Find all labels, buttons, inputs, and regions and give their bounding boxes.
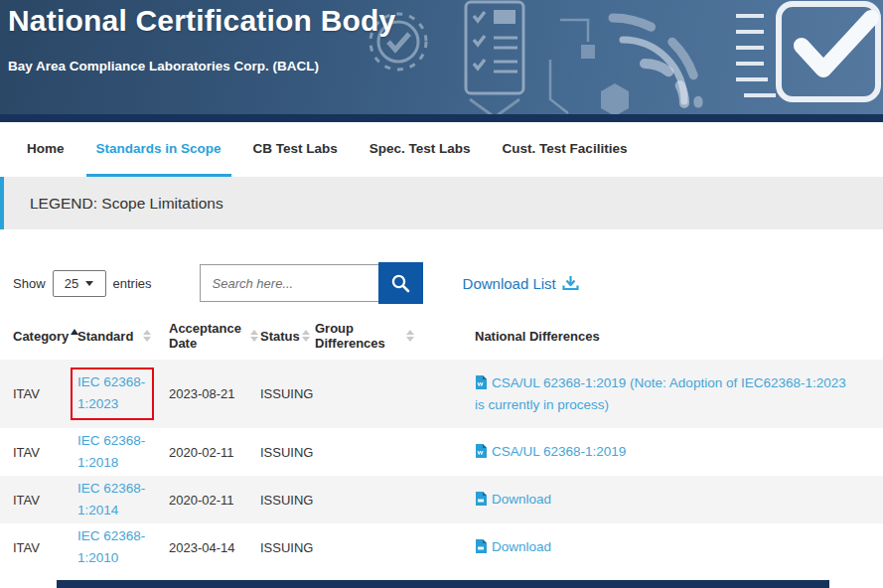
tab-home-label: Home [27,141,65,156]
column-header-national-differences: National Differences [475,329,883,344]
sort-icon [250,330,258,342]
red-highlight-box: IEC 62368-1:2023 [71,368,154,419]
page-subtitle: Bay Area Compliance Laboratories Corp. (… [8,59,319,74]
column-header-national-differences-label: National Differences [475,329,600,344]
page-title: National Certification Body [8,4,395,38]
national-differences-cell: Download [475,489,883,511]
standard-link[interactable]: IEC 62368-1:2023 [77,371,147,414]
tab-cb-test-labs[interactable]: CB Test Labs [243,122,348,177]
tab-cb-test-labs-label: CB Test Labs [253,141,338,156]
column-header-category[interactable]: Category [13,329,77,344]
standard-cell: IEC 62368-1:2018 [77,430,169,473]
legend-label: LEGEND: Scope Limitations [30,195,223,213]
standard-link[interactable]: IEC 62368-1:2014 [77,478,147,520]
category-cell: ITAV [13,386,77,401]
column-header-group-differences[interactable]: Group Differences [315,321,475,351]
acceptance-date-cell: 2020-02-11 [169,493,260,508]
column-header-acceptance-date[interactable]: Acceptance Date [169,321,260,351]
status-cell: ISSUING [260,493,315,508]
download-icon [562,275,579,291]
entries-per-page-select[interactable]: 25 [53,270,106,297]
table-header-row: Category Standard Acceptance Date Status… [0,312,883,360]
entries-per-page-value: 25 [65,276,78,291]
word-doc-icon [475,375,487,389]
column-header-standard[interactable]: Standard [77,329,169,344]
sort-ascending-icon [71,329,78,335]
acceptance-date-cell: 2023-08-21 [169,386,260,401]
download-file-link[interactable]: Download [475,539,551,554]
table-controls: Show 25 entries Download List [0,262,883,304]
category-cell: ITAV [13,445,77,460]
national-differences-cell: CSA/UL 62368-1:2019 (Note: Adoption of I… [475,372,883,416]
download-file-link[interactable]: Download [475,492,551,507]
tab-standards-in-scope[interactable]: Standards in Scope [86,122,231,177]
category-cell: ITAV [13,493,77,508]
search-button[interactable] [378,262,423,304]
standard-cell: IEC 62368-1:2010 [77,525,169,568]
word-doc-icon [475,444,487,458]
national-differences-label: CSA/UL 62368-1:2019 [492,444,626,459]
pdf-doc-icon [475,539,487,553]
table-row: ITAV IEC 62368-1:2014 2020-02-11 ISSUING… [0,476,883,523]
national-differences-link[interactable]: CSA/UL 62368-1:2019 [475,444,626,459]
clipboard-check-icon [736,4,878,99]
tab-cust-test-facilities[interactable]: Cust. Test Facilities [493,122,638,177]
footer-bar [57,580,829,588]
table-row: ITAV IEC 62368-1:2023 2023-08-21 ISSUING… [0,360,883,428]
tab-home[interactable]: Home [17,122,74,177]
tab-cust-test-facilities-label: Cust. Test Facilities [503,141,628,156]
search-input[interactable] [200,264,378,302]
hero-decoration-graphics [367,0,883,122]
sort-icon [302,330,310,342]
entries-label: entries [113,276,152,291]
download-list-link[interactable]: Download List [463,275,579,292]
table-row: ITAV IEC 62368-1:2010 2023-04-14 ISSUING… [0,523,883,571]
column-header-status-label: Status [260,329,300,344]
hexagon-icon [601,83,629,116]
standard-cell: IEC 62368-1:2014 [77,478,169,520]
tab-spec-test-labs-label: Spec. Test Labs [369,141,471,156]
national-differences-cell: Download [475,536,883,558]
sort-icon [406,330,414,342]
checklist-icon [466,2,523,117]
acceptance-date-cell: 2020-02-11 [169,445,260,460]
status-cell: ISSUING [260,445,315,460]
category-cell: ITAV [13,540,77,555]
search-icon [390,273,410,293]
search-bar [200,262,423,304]
status-cell: ISSUING [260,386,315,401]
column-header-category-label: Category [13,329,69,344]
download-list-label: Download List [463,275,556,292]
acceptance-date-cell: 2023-04-14 [169,540,260,555]
hero-banner: National Certification Body Bay Area Com… [0,0,883,122]
national-differences-link[interactable]: CSA/UL 62368-1:2019 (Note: Adoption of I… [475,375,846,412]
sort-icon [143,330,151,342]
national-differences-label: Download [492,539,551,554]
tab-spec-test-labs[interactable]: Spec. Test Labs [360,122,481,177]
circuit-icon [550,20,595,113]
pdf-doc-icon [475,492,487,506]
column-header-standard-label: Standard [77,329,133,344]
nav-tabs: Home Standards in Scope CB Test Labs Spe… [0,122,883,177]
column-header-acceptance-date-label: Acceptance Date [169,321,240,351]
national-differences-cell: CSA/UL 62368-1:2019 [475,441,883,463]
standard-link[interactable]: IEC 62368-1:2018 [77,430,147,473]
national-differences-label: Download [492,492,551,507]
tab-standards-in-scope-label: Standards in Scope [96,141,221,156]
standard-cell: IEC 62368-1:2023 [77,368,169,419]
legend-bar: LEGEND: Scope Limitations [0,177,883,229]
standard-link[interactable]: IEC 62368-1:2010 [77,525,147,568]
column-header-status[interactable]: Status [260,329,315,344]
show-label: Show [13,276,46,291]
chevron-down-icon [85,281,93,286]
column-header-group-differences-label: Group Differences [315,321,396,351]
status-cell: ISSUING [260,540,315,555]
national-differences-label: CSA/UL 62368-1:2019 (Note: Adoption of I… [475,375,846,412]
table-row: ITAV IEC 62368-1:2018 2020-02-11 ISSUING… [0,428,883,476]
